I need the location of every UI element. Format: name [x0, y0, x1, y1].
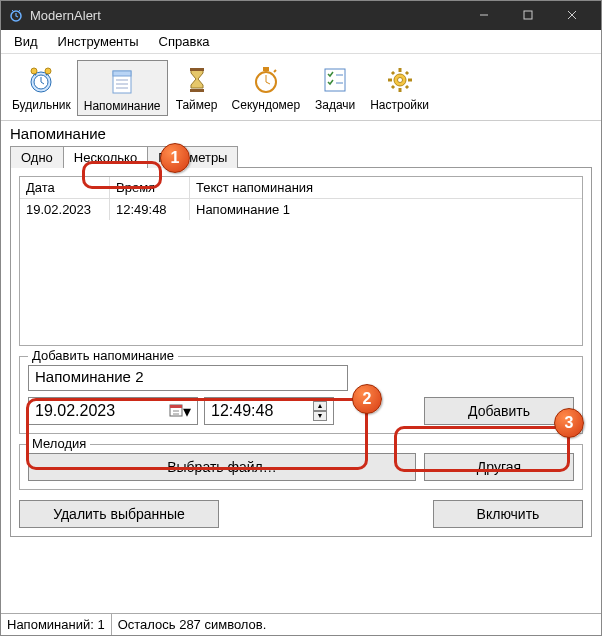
- other-melody-button[interactable]: Другая: [424, 453, 574, 481]
- tab-one[interactable]: Одно: [10, 146, 64, 168]
- time-spinner[interactable]: ▲▼: [313, 401, 327, 421]
- time-value: 12:49:48: [211, 402, 273, 420]
- add-button[interactable]: Добавить: [424, 397, 574, 425]
- melody-label: Мелодия: [28, 436, 90, 451]
- calendar-icon[interactable]: ▾: [169, 402, 191, 421]
- spin-down[interactable]: ▼: [313, 411, 327, 421]
- svg-rect-32: [170, 405, 182, 408]
- annotation-3-badge: 3: [554, 408, 584, 438]
- status-bar: Напоминаний: 1 Осталось 287 символов.: [1, 613, 601, 635]
- annotation-2-badge: 2: [352, 384, 382, 414]
- melody-group: Мелодия Выбрать файл… Другая: [19, 444, 583, 490]
- tab-many[interactable]: Несколько: [63, 146, 148, 168]
- date-input[interactable]: 19.02.2023 ▾: [28, 397, 198, 425]
- choose-file-button[interactable]: Выбрать файл…: [28, 453, 416, 481]
- status-chars: Осталось 287 символов.: [118, 617, 267, 632]
- date-value: 19.02.2023: [35, 402, 115, 420]
- add-group-label: Добавить напоминание: [28, 348, 178, 363]
- tab-strip: Одно Несколько Параметры: [0, 146, 602, 168]
- spin-up[interactable]: ▲: [313, 401, 327, 411]
- reminder-text-input[interactable]: Напоминание 2: [28, 365, 348, 391]
- add-reminder-group: Добавить напоминание Напоминание 2 19.02…: [19, 356, 583, 434]
- time-input[interactable]: 12:49:48 ▲▼: [204, 397, 334, 425]
- annotation-1-badge: 1: [160, 143, 190, 173]
- status-count: Напоминаний: 1: [7, 617, 105, 632]
